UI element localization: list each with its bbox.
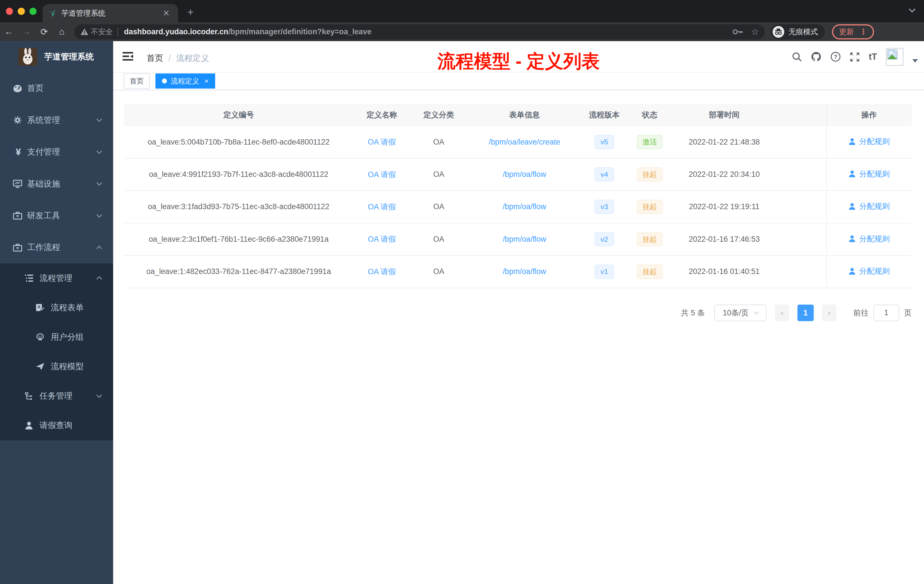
- sidebar-item-payment[interactable]: ¥ 支付管理: [0, 136, 113, 168]
- robot-face-icon: [35, 333, 46, 341]
- action-label: 分配规则: [859, 266, 890, 276]
- definition-name-link[interactable]: OA 请假: [368, 138, 396, 146]
- github-icon[interactable]: [811, 51, 822, 62]
- sidebar-item-system[interactable]: 系统管理: [0, 104, 113, 136]
- sidebar-item-home[interactable]: 首页: [0, 73, 113, 104]
- new-tab-button[interactable]: +: [187, 6, 194, 18]
- avatar-caret-icon[interactable]: [912, 59, 918, 63]
- definition-name-link[interactable]: OA 请假: [368, 267, 396, 276]
- version-badge: v4: [594, 167, 614, 182]
- sidebar-item-label: 基础设施: [27, 178, 60, 190]
- sidebar-fold-icon[interactable]: [122, 52, 133, 61]
- current-page-button[interactable]: 1: [797, 305, 814, 321]
- form-link[interactable]: /bpm/oa/flow: [503, 235, 546, 243]
- table-row: oa_leave:5:004b710b-7b8a-11ec-8ef0-acde4…: [124, 126, 912, 158]
- definition-category: OA: [410, 202, 467, 211]
- definition-id: oa_leave:5:004b710b-7b8a-11ec-8ef0-acde4…: [124, 138, 353, 147]
- tab-close-icon[interactable]: ✕: [160, 8, 172, 18]
- sidebar-item-process-model[interactable]: 流程模型: [0, 352, 113, 381]
- assign-rule-button[interactable]: 分配规则: [848, 266, 890, 276]
- sidebar-item-leave-query[interactable]: 请假查询: [0, 411, 113, 440]
- back-button[interactable]: ←: [0, 26, 18, 37]
- font-size-icon[interactable]: tT: [869, 52, 877, 62]
- breadcrumb: 首页/流程定义: [147, 53, 209, 64]
- definition-id: oa_leave:3:1fad3d93-7b75-11ec-a3c8-acde4…: [124, 202, 353, 211]
- definition-name-link[interactable]: OA 请假: [368, 235, 396, 243]
- window-minimize-button[interactable]: [18, 8, 25, 15]
- fullscreen-icon[interactable]: [850, 52, 860, 62]
- sidebar-item-process-management[interactable]: 流程管理: [0, 264, 113, 293]
- search-icon[interactable]: [792, 52, 802, 62]
- definition-category: OA: [410, 170, 467, 179]
- tab-search-chevron-icon[interactable]: [909, 8, 916, 13]
- chevron-down-icon: [96, 392, 102, 398]
- forward-button[interactable]: →: [18, 26, 35, 37]
- help-icon[interactable]: ?: [830, 51, 841, 62]
- tag-home[interactable]: 首页: [124, 73, 150, 89]
- tags-view-bar: 首页 流程定义 ×: [113, 73, 924, 90]
- assign-rule-button[interactable]: 分配规则: [848, 201, 890, 211]
- sidebar-item-workflow[interactable]: 工作流程: [0, 232, 113, 264]
- column-header: 操作: [826, 110, 912, 120]
- sidebar-logo[interactable]: 芋道管理系统: [0, 41, 113, 72]
- url-path: /bpm/manager/definition?key=oa_leave: [228, 27, 371, 36]
- pagination-total: 共 5 条: [681, 308, 705, 318]
- sidebar-item-infrastructure[interactable]: 基础设施: [0, 168, 113, 200]
- definition-name-link[interactable]: OA 请假: [368, 203, 396, 211]
- security-warning-icon: [80, 28, 89, 36]
- sidebar-item-label: 研发工具: [27, 210, 60, 221]
- breadcrumb-home[interactable]: 首页: [147, 53, 163, 63]
- bookmark-star-icon[interactable]: ☆: [751, 26, 759, 37]
- assign-rule-button[interactable]: 分配规则: [848, 234, 890, 244]
- chevron-up-icon: [96, 276, 102, 282]
- address-divider: [117, 28, 118, 36]
- tag-process-definition[interactable]: 流程定义 ×: [155, 73, 215, 89]
- column-header: 定义名称: [354, 110, 410, 120]
- update-button[interactable]: 更新 ⋮: [832, 24, 874, 40]
- tag-close-icon[interactable]: ×: [205, 77, 209, 85]
- browser-tab-strip: 芋道管理系统 ✕ +: [0, 0, 924, 22]
- status-badge: 激活: [637, 135, 663, 149]
- chevron-up-icon: [96, 246, 102, 251]
- browser-toolbar: ← → ⟳ ⌂ 不安全 dashboard.yudao.iocoder.cn /…: [0, 22, 924, 41]
- form-link[interactable]: /bpm/oa/flow: [503, 202, 546, 211]
- svg-text:?: ?: [834, 53, 838, 60]
- tree-list-icon: [24, 274, 35, 282]
- reload-button[interactable]: ⟳: [35, 26, 53, 37]
- assign-rule-button[interactable]: 分配规则: [848, 136, 890, 147]
- definition-name-link[interactable]: OA 请假: [368, 170, 396, 179]
- browser-tab[interactable]: 芋道管理系统 ✕: [43, 4, 178, 22]
- dashboard-icon: [13, 84, 23, 92]
- form-link[interactable]: /bpm/oa/flow: [503, 170, 546, 178]
- form-link[interactable]: /bpm/oa/flow: [503, 267, 546, 276]
- window-zoom-button[interactable]: [30, 8, 36, 15]
- action-label: 分配规则: [859, 136, 890, 147]
- url-host: dashboard.yudao.iocoder.cn: [124, 27, 228, 36]
- password-key-icon[interactable]: [732, 29, 743, 35]
- sidebar-item-task-management[interactable]: 任务管理: [0, 381, 113, 411]
- tag-label: 首页: [130, 76, 144, 86]
- page-size-select[interactable]: 10条/页: [714, 305, 767, 321]
- sidebar-item-devtools[interactable]: 研发工具: [0, 200, 113, 231]
- chevron-down-icon: [96, 148, 102, 154]
- user-icon: [24, 421, 35, 430]
- sidebar-item-process-form[interactable]: 流程表单: [0, 293, 113, 322]
- sidebar: 芋道管理系统 首页 系统管理 ¥ 支付管理 基础设施 研发工具: [0, 41, 113, 584]
- prev-page-button[interactable]: ‹: [775, 305, 789, 321]
- sidebar-item-label: 用户分组: [51, 332, 83, 343]
- deploy-time: 2022-01-22 19:19:11: [672, 202, 776, 211]
- assign-rule-button[interactable]: 分配规则: [848, 169, 890, 179]
- security-label[interactable]: 不安全: [91, 27, 113, 37]
- next-page-button[interactable]: ›: [822, 305, 836, 321]
- deploy-time: 2022-01-22 20:34:10: [672, 170, 776, 179]
- version-badge: v1: [594, 265, 614, 279]
- sidebar-item-user-group[interactable]: 用户分组: [0, 322, 113, 352]
- deploy-time: 2022-01-16 01:40:51: [672, 267, 776, 276]
- form-link[interactable]: /bpm/oa/leave/create: [488, 138, 560, 146]
- window-close-button[interactable]: [6, 8, 13, 15]
- home-button[interactable]: ⌂: [53, 26, 71, 37]
- browser-menu-dots-icon[interactable]: ⋮: [860, 27, 867, 36]
- goto-page-input[interactable]: 1: [873, 305, 899, 321]
- address-bar[interactable]: 不安全 dashboard.yudao.iocoder.cn /bpm/mana…: [74, 24, 765, 40]
- avatar[interactable]: [886, 48, 904, 66]
